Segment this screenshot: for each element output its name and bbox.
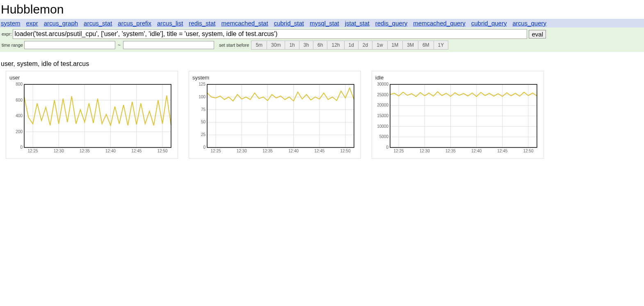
page-title: Hubblemon bbox=[1, 2, 643, 16]
time-range-end-input[interactable] bbox=[123, 41, 214, 49]
svg-text:12:25: 12:25 bbox=[28, 149, 38, 153]
time-range-row: time range ~ set start before 5m30m1h3h6… bbox=[1, 40, 643, 50]
nav-link-memcached-stat[interactable]: memcached_stat bbox=[221, 20, 268, 27]
nav-link-arcus-graph[interactable]: arcus_graph bbox=[44, 20, 78, 27]
nav-link-redis-stat[interactable]: redis_stat bbox=[189, 20, 215, 27]
nav-link-mysql-stat[interactable]: mysql_stat bbox=[310, 20, 339, 27]
preset-button-2d[interactable]: 2d bbox=[358, 41, 372, 50]
svg-text:12:35: 12:35 bbox=[263, 149, 273, 153]
chart-card-idle: idle05000100001500020000250003000012:251… bbox=[372, 71, 544, 159]
preset-button-1h[interactable]: 1h bbox=[285, 41, 299, 50]
time-range-label: time range bbox=[1, 43, 24, 48]
preset-button-30m[interactable]: 30m bbox=[267, 41, 285, 50]
svg-text:125: 125 bbox=[199, 82, 206, 86]
svg-text:12:35: 12:35 bbox=[80, 149, 90, 153]
svg-text:800: 800 bbox=[16, 82, 23, 86]
expr-row: expr: eval bbox=[1, 28, 643, 40]
svg-text:0: 0 bbox=[20, 145, 23, 150]
nav-link-arcus-stat[interactable]: arcus_stat bbox=[84, 20, 112, 27]
chart-card-user: user020040060080012:2512:3012:3512:4012:… bbox=[6, 71, 178, 159]
svg-text:25: 25 bbox=[201, 132, 206, 137]
svg-text:200: 200 bbox=[16, 129, 23, 134]
time-range-separator: ~ bbox=[115, 42, 123, 48]
svg-text:15000: 15000 bbox=[377, 113, 388, 118]
preset-button-1d[interactable]: 1d bbox=[344, 41, 359, 50]
svg-text:50: 50 bbox=[201, 120, 206, 124]
svg-text:12:30: 12:30 bbox=[237, 149, 247, 153]
svg-text:12:30: 12:30 bbox=[54, 149, 64, 153]
nav-link-jstat-stat[interactable]: jstat_stat bbox=[345, 20, 370, 27]
svg-text:10000: 10000 bbox=[377, 124, 388, 129]
svg-text:5000: 5000 bbox=[379, 134, 389, 139]
svg-text:600: 600 bbox=[16, 98, 23, 102]
preset-button-6M[interactable]: 6M bbox=[418, 41, 434, 50]
svg-text:12:50: 12:50 bbox=[157, 149, 167, 153]
preset-button-3h[interactable]: 3h bbox=[299, 41, 313, 50]
preset-button-1Y[interactable]: 1Y bbox=[434, 41, 449, 50]
svg-text:75: 75 bbox=[201, 107, 206, 112]
svg-text:0: 0 bbox=[203, 145, 206, 150]
set-start-before-label: set start before bbox=[219, 43, 249, 48]
expr-form-block: expr: eval time range ~ set start before… bbox=[0, 27, 644, 52]
nav-link-expr[interactable]: expr bbox=[26, 20, 38, 27]
nav-link-system[interactable]: system bbox=[1, 20, 21, 27]
svg-text:12:40: 12:40 bbox=[471, 149, 482, 153]
svg-text:12:25: 12:25 bbox=[211, 149, 221, 153]
preset-button-3M[interactable]: 3M bbox=[402, 41, 418, 50]
svg-text:12:25: 12:25 bbox=[394, 149, 404, 153]
svg-text:12:50: 12:50 bbox=[523, 149, 533, 153]
svg-text:12:30: 12:30 bbox=[420, 149, 430, 153]
nav-link-memcached-query[interactable]: memcached_query bbox=[413, 20, 466, 27]
nav-link-arcus-query[interactable]: arcus_query bbox=[512, 20, 546, 27]
nav-bar: systemexprarcus_grapharcus_statarcus_pre… bbox=[0, 19, 644, 27]
svg-text:12:40: 12:40 bbox=[105, 149, 116, 153]
preset-button-12h[interactable]: 12h bbox=[327, 41, 344, 50]
nav-link-redis-query[interactable]: redis_query bbox=[375, 20, 407, 27]
svg-text:0: 0 bbox=[386, 145, 388, 150]
nav-link-cubrid-query[interactable]: cubrid_query bbox=[471, 20, 507, 27]
svg-text:400: 400 bbox=[16, 113, 23, 118]
chart-title: idle bbox=[375, 75, 540, 81]
chart-title: user bbox=[9, 75, 174, 81]
svg-text:30000: 30000 bbox=[377, 82, 388, 86]
svg-text:20000: 20000 bbox=[377, 103, 388, 107]
nav-link-arcus-list[interactable]: arcus_list bbox=[157, 20, 183, 27]
preset-button-1w[interactable]: 1w bbox=[372, 41, 387, 50]
chart-title: system bbox=[192, 75, 357, 81]
eval-button[interactable]: eval bbox=[529, 30, 546, 39]
preset-button-1M[interactable]: 1M bbox=[387, 41, 403, 50]
svg-text:12:40: 12:40 bbox=[288, 149, 299, 153]
chart-row: user020040060080012:2512:3012:3512:4012:… bbox=[0, 71, 644, 159]
nav-link-cubrid-stat[interactable]: cubrid_stat bbox=[274, 20, 304, 27]
section-title: user, system, idle of test.arcus bbox=[1, 60, 643, 68]
svg-text:12:50: 12:50 bbox=[340, 149, 350, 153]
nav-link-arcus-prefix[interactable]: arcus_prefix bbox=[118, 20, 151, 27]
svg-text:12:45: 12:45 bbox=[497, 149, 507, 153]
expr-label: expr: bbox=[1, 32, 13, 36]
svg-text:12:35: 12:35 bbox=[445, 149, 456, 153]
expr-input[interactable] bbox=[13, 29, 527, 39]
svg-text:100: 100 bbox=[199, 95, 206, 99]
time-range-start-input[interactable] bbox=[24, 41, 115, 49]
svg-text:25000: 25000 bbox=[377, 93, 388, 97]
svg-rect-35 bbox=[207, 84, 354, 147]
chart-card-system: system025507510012512:2512:3012:3512:401… bbox=[189, 71, 361, 159]
preset-button-5m[interactable]: 5m bbox=[251, 41, 267, 50]
preset-button-6h[interactable]: 6h bbox=[313, 41, 327, 50]
svg-text:12:45: 12:45 bbox=[314, 149, 324, 153]
svg-text:12:45: 12:45 bbox=[131, 149, 142, 153]
